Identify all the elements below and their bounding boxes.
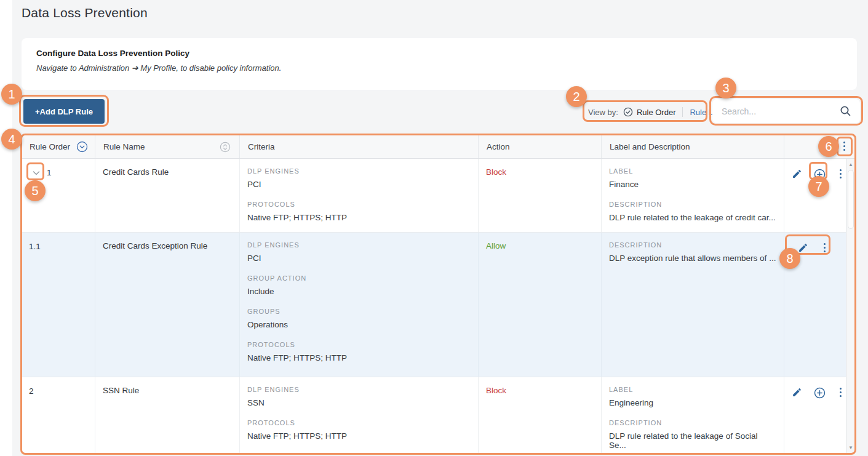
add-exception-rule-icon[interactable] [814, 387, 826, 399]
criteria-label: DLP ENGINES [247, 241, 471, 249]
action-cell: Block [479, 159, 602, 232]
rule-order-cell: 1.1 [22, 233, 95, 377]
criteria-label: PROTOCOLS [247, 419, 471, 426]
view-by-toggle: View by: Rule Order Rule Label [588, 106, 728, 118]
criteria-value: PCI [247, 254, 471, 263]
sort-descending-icon[interactable] [76, 141, 88, 153]
description-value: DLP rule related to the leakage of credi… [609, 213, 776, 222]
row-menu-kebab-icon[interactable] [837, 169, 844, 179]
action-header-label: Action [487, 142, 510, 151]
table-row: 2 SSN Rule DLP ENGINES SSN PROTOCOLS Nat… [22, 377, 846, 454]
callout-5-badge: 5 [25, 180, 46, 201]
description-title: DESCRIPTION [609, 419, 776, 426]
action-cell: Block [479, 377, 602, 454]
criteria-value: Native FTP; HTTPS; HTTP [247, 431, 471, 441]
callout-8-badge: 8 [779, 248, 800, 269]
criteria-value: Native FTP; HTTPS; HTTP [247, 353, 471, 362]
label-value: Finance [609, 180, 776, 189]
search-input[interactable] [712, 106, 840, 116]
callout-2-badge: 2 [566, 86, 587, 107]
criteria-cell: DLP ENGINES PCI GROUP ACTION Include GRO… [240, 233, 479, 377]
description-title: DESCRIPTION [609, 201, 776, 208]
criteria-value: SSN [247, 398, 471, 407]
criteria-cell: DLP ENGINES SSN PROTOCOLS Native FTP; HT… [240, 377, 479, 454]
criteria-header-label: Criteria [248, 142, 275, 151]
scrollbar-thumb[interactable] [848, 170, 854, 229]
description-value: DLP exception rule that allows members o… [609, 254, 776, 263]
check-circle-icon [623, 107, 633, 117]
sort-toggle-icon[interactable] [220, 142, 231, 153]
column-header-criteria: Criteria [240, 135, 479, 158]
table-row: 1 Credit Cards Rule DLP ENGINES PCI PROT… [22, 159, 846, 233]
label-description-cell: DESCRIPTION DLP exception rule that allo… [602, 233, 784, 377]
view-by-rule-order[interactable]: Rule Order [623, 107, 676, 117]
rule-order-header-label: Rule Order [30, 142, 70, 151]
rule-order-value: 2 [29, 386, 34, 396]
label-title: LABEL [609, 167, 776, 175]
view-by-label: View by: [588, 108, 618, 117]
criteria-value: Operations [247, 320, 471, 329]
criteria-label: DLP ENGINES [247, 167, 471, 175]
callout-1-badge: 1 [1, 84, 22, 105]
rule-name-cell: Credit Cards Exception Rule [95, 233, 240, 377]
callout-4-badge: 4 [1, 129, 22, 150]
table-header-row: Rule Order Rule Name Criteria Action Lab… [22, 135, 855, 159]
view-by-divider [682, 107, 683, 117]
rule-order-value: 1.1 [29, 241, 41, 251]
label-description-header-label: Label and Description [610, 142, 690, 151]
column-header-action: Action [479, 135, 602, 158]
edit-rule-pencil-icon[interactable] [792, 387, 802, 398]
rule-name-header-label: Rule Name [103, 142, 145, 151]
column-header-rule-name[interactable]: Rule Name [95, 135, 240, 158]
criteria-label: PROTOCOLS [247, 341, 471, 348]
rule-name-cell: Credit Cards Rule [95, 159, 240, 232]
criteria-value: PCI [247, 180, 471, 189]
edit-rule-pencil-icon[interactable] [798, 242, 808, 253]
description-value: DLP rule related to the leakage of Socia… [609, 431, 776, 450]
dlp-rules-table: Rule Order Rule Name Criteria Action Lab… [22, 135, 855, 454]
callout-3-badge: 3 [715, 78, 736, 98]
criteria-label: PROTOCOLS [247, 201, 471, 208]
label-description-cell: LABEL Engineering DESCRIPTION DLP rule r… [602, 377, 784, 454]
rule-name-cell: SSN Rule [95, 377, 240, 454]
expand-row-chevron-icon[interactable] [29, 166, 43, 180]
row-menu-kebab-icon[interactable] [837, 387, 844, 398]
edit-rule-pencil-icon[interactable] [792, 169, 802, 179]
notice-body: Navigate to Administration ➔ My Profile,… [36, 63, 842, 73]
add-dlp-rule-button[interactable]: +Add DLP Rule [23, 99, 105, 124]
page-title: Data Loss Prevention [22, 6, 148, 20]
table-body: 1 Credit Cards Rule DLP ENGINES PCI PROT… [22, 159, 855, 454]
criteria-value: Include [247, 287, 471, 296]
action-cell: Allow [479, 233, 602, 377]
scroll-down-arrow-icon[interactable]: ▼ [846, 445, 855, 450]
label-title: LABEL [609, 386, 776, 393]
callout-7-badge: 7 [808, 176, 829, 197]
search-icon[interactable] [840, 105, 851, 117]
criteria-label: DLP ENGINES [247, 386, 471, 393]
scroll-up-arrow-icon[interactable]: ▲ [846, 162, 855, 167]
table-row: 1.1 Credit Cards Exception Rule DLP ENGI… [22, 233, 846, 377]
view-by-rule-order-label: Rule Order [637, 108, 676, 117]
criteria-cell: DLP ENGINES PCI PROTOCOLS Native FTP; HT… [240, 159, 479, 232]
table-options-kebab-icon[interactable] [841, 141, 848, 151]
notice-heading: Configure Data Loss Prevention Policy [36, 49, 842, 58]
label-value: Engineering [609, 398, 776, 407]
criteria-value: Native FTP; HTTPS; HTTP [247, 213, 471, 222]
table-scrollbar[interactable]: ▲ ▼ [846, 159, 855, 454]
column-header-label-description: Label and Description [602, 135, 784, 158]
row-menu-kebab-icon[interactable] [821, 242, 828, 253]
callout-6-badge: 6 [818, 136, 839, 157]
rule-order-cell: 2 [22, 377, 95, 454]
search-box[interactable] [712, 99, 860, 123]
label-description-cell: LABEL Finance DESCRIPTION DLP rule relat… [602, 159, 784, 232]
criteria-label: GROUPS [247, 308, 471, 315]
rule-order-value: 1 [47, 167, 52, 177]
description-title: DESCRIPTION [609, 241, 776, 249]
column-header-rule-order[interactable]: Rule Order [22, 135, 95, 158]
criteria-label: GROUP ACTION [247, 274, 471, 282]
row-actions-cell [784, 377, 846, 454]
